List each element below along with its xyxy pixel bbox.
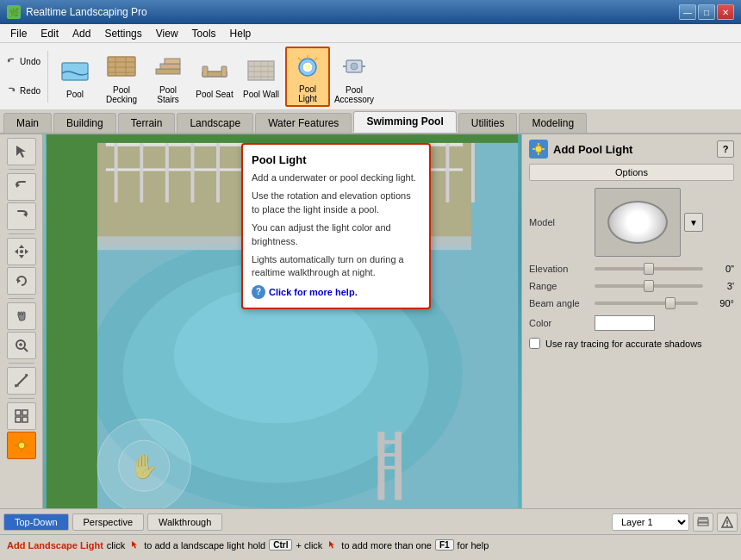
redo-tool[interactable]	[7, 202, 36, 230]
elevation-slider-track	[595, 267, 703, 271]
zoom-tool[interactable]	[7, 332, 36, 359]
maximize-button[interactable]: □	[698, 4, 715, 20]
model-preview-image	[607, 201, 668, 244]
redo-button[interactable]: Redo	[3, 78, 43, 105]
tooltip-para-4: Lights automatically turn on during a re…	[252, 253, 420, 280]
svg-rect-13	[202, 66, 208, 77]
panel-header: Add Pool Light ?	[522, 134, 741, 164]
help-link[interactable]: ? Click for more help.	[252, 285, 420, 299]
range-slider-track	[595, 284, 703, 288]
panel-help-button[interactable]: ?	[717, 140, 734, 158]
status-text1: click	[107, 540, 125, 551]
svg-marker-0	[8, 59, 10, 62]
menu-add[interactable]: Add	[65, 26, 97, 41]
svg-marker-36	[19, 255, 24, 258]
svg-rect-50	[22, 410, 28, 415]
svg-point-53	[18, 442, 25, 449]
tab-terrain[interactable]: Terrain	[118, 113, 176, 133]
beam-slider-thumb[interactable]	[665, 297, 676, 309]
tab-main[interactable]: Main	[3, 113, 52, 133]
toolbar-pool-wall[interactable]: Pool Wall	[239, 47, 283, 107]
tab-building[interactable]: Building	[53, 113, 116, 133]
tab-swimming-pool[interactable]: Swimming Pool	[353, 111, 456, 133]
measure-tool[interactable]	[7, 367, 36, 395]
view-perspective[interactable]: Perspective	[72, 513, 144, 531]
tooltip-para-2: Use the rotation and elevation options t…	[252, 190, 420, 216]
svg-rect-78	[47, 134, 97, 508]
svg-point-24	[305, 65, 310, 70]
svg-rect-65	[165, 143, 169, 202]
toolbar-pool-accessory[interactable]: Pool Accessory	[332, 47, 377, 107]
svg-rect-52	[22, 417, 28, 422]
menu-edit[interactable]: Edit	[34, 26, 65, 41]
raytracing-row: Use ray tracing for accurate shadows	[522, 334, 741, 352]
svg-rect-11	[165, 59, 180, 64]
undo-tool[interactable]	[7, 173, 36, 201]
grid-tool[interactable]	[7, 402, 36, 430]
minimize-button[interactable]: —	[679, 4, 696, 20]
beam-slider-track	[595, 302, 698, 305]
toolbar-pool[interactable]: Pool	[53, 47, 97, 107]
toolbar-pool-light[interactable]: Pool Light	[285, 47, 330, 107]
raytracing-checkbox[interactable]	[529, 338, 540, 349]
hand-tool[interactable]	[7, 302, 36, 330]
layer-icon-2[interactable]	[717, 513, 738, 532]
svg-marker-35	[19, 245, 24, 248]
tooltip-title: Pool Light	[252, 153, 420, 166]
svg-rect-49	[16, 410, 21, 415]
svg-line-42	[24, 348, 28, 352]
menu-help[interactable]: Help	[223, 26, 258, 41]
layer-dropdown[interactable]: Layer 1	[612, 513, 689, 531]
svg-line-45	[16, 375, 28, 387]
svg-marker-34	[23, 212, 27, 217]
color-picker[interactable]	[595, 315, 655, 331]
elevation-slider-thumb[interactable]	[644, 263, 654, 275]
svg-point-29	[351, 63, 358, 70]
move-tool[interactable]	[7, 238, 36, 265]
ctrl-key: Ctrl	[269, 539, 292, 551]
status-text5: to add more than one	[341, 540, 432, 551]
color-label: Color	[529, 318, 589, 328]
elevation-row: Elevation 0"	[522, 260, 741, 277]
close-button[interactable]: ✕	[717, 4, 734, 20]
toolbar-pool-seat[interactable]: Pool Seat	[192, 47, 237, 107]
select-tool[interactable]	[7, 138, 36, 165]
tab-landscape[interactable]: Landscape	[177, 113, 253, 133]
view-topdown[interactable]: Top-Down	[3, 513, 69, 531]
undo-button[interactable]: Undo	[3, 48, 43, 76]
menu-tools[interactable]: Tools	[185, 26, 223, 41]
range-label: Range	[529, 281, 589, 291]
toolbar-pool-decking[interactable]: Pool Decking	[99, 47, 144, 107]
toolbar: Undo Redo Pool Pool Dec	[0, 43, 741, 110]
panel-options-tab[interactable]: Options	[529, 164, 734, 181]
layer-icon-1[interactable]	[693, 513, 713, 532]
statusbar: Add Landscape Light click to add a lands…	[0, 534, 741, 555]
toolbar-pool-stairs[interactable]: Pool Stairs	[146, 47, 190, 107]
range-slider-thumb[interactable]	[644, 280, 654, 292]
tab-utilities[interactable]: Utilities	[458, 113, 518, 133]
menu-settings[interactable]: Settings	[97, 26, 148, 41]
left-toolbar	[0, 134, 43, 508]
undo-label: Undo	[20, 57, 40, 66]
view-walkthrough[interactable]: Walkthrough	[147, 513, 222, 531]
panel-icon	[529, 140, 548, 159]
tab-water-features[interactable]: Water Features	[255, 113, 352, 133]
right-panel: Add Pool Light ? Options Model ▼ Elevati…	[521, 134, 741, 508]
menu-file[interactable]: File	[3, 26, 34, 41]
svg-rect-67	[216, 143, 220, 202]
light-tool[interactable]	[7, 432, 36, 459]
app-icon: 🌿	[7, 5, 21, 19]
svg-marker-1	[12, 88, 15, 91]
svg-rect-97	[698, 523, 708, 526]
svg-text:✋: ✋	[129, 452, 159, 481]
svg-line-27	[298, 58, 301, 60]
rotate-tool[interactable]	[7, 267, 36, 295]
model-dropdown-button[interactable]: ▼	[684, 213, 703, 232]
f1-key: F1	[435, 539, 454, 551]
menu-view[interactable]: View	[149, 26, 185, 41]
svg-marker-32	[16, 146, 26, 158]
status-text3: hold	[247, 540, 265, 551]
tab-modeling[interactable]: Modeling	[519, 113, 587, 133]
canvas[interactable]: ✋ Pool Light Add a underwater or pool de…	[43, 134, 521, 508]
svg-rect-63	[115, 143, 118, 202]
